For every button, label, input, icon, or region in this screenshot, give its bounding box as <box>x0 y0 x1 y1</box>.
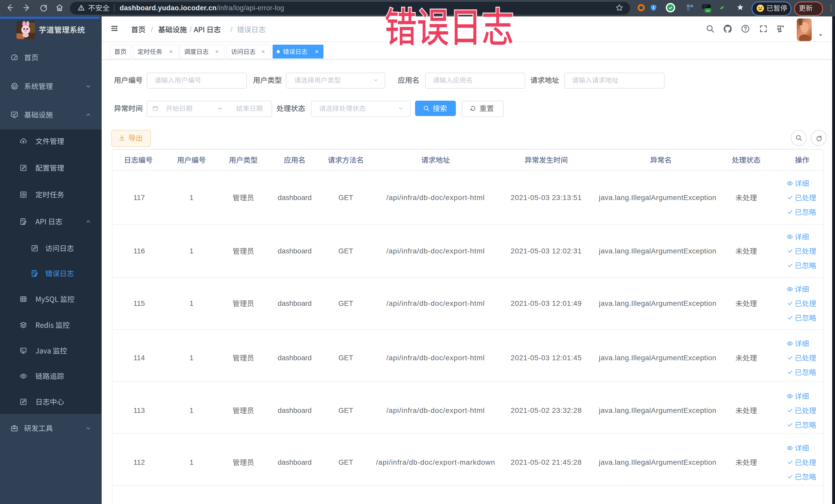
svg-text:on: on <box>707 9 710 12</box>
